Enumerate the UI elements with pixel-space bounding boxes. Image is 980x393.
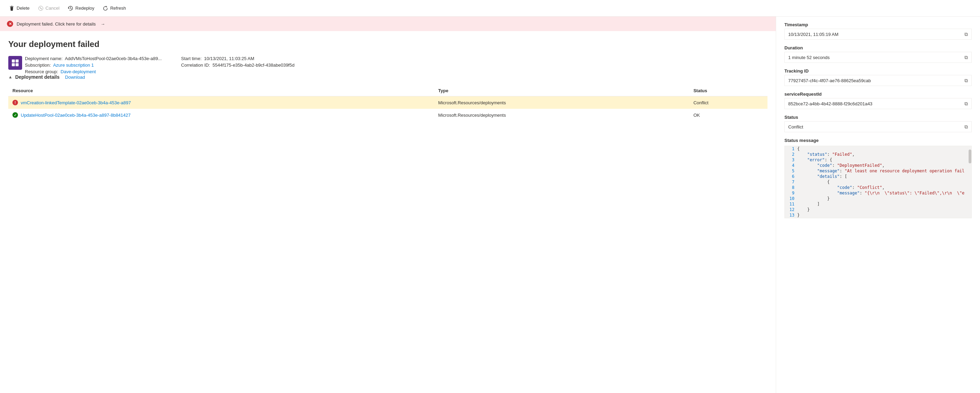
code-line: 6 "details": [ [785, 174, 971, 179]
correlation-row: Correlation ID: 5544f175-e35b-4ab2-b9cf-… [181, 62, 294, 68]
timestamp-value-box: 10/13/2021, 11:05:19 AM ⧉ [784, 29, 972, 40]
col-type: Type [434, 85, 689, 97]
code-line: 11 ] [785, 201, 971, 207]
deployment-rg-link[interactable]: Dave-deployment [60, 69, 96, 74]
correlation-label: Correlation ID: [181, 62, 210, 68]
status-copy-icon[interactable]: ⧉ [964, 124, 968, 130]
timestamp-label: Timestamp [784, 22, 972, 27]
line-number: 1 [785, 146, 797, 151]
table-cell-resource: ✓ UpdateHostPool-02ae0ceb-3b4a-453e-a897… [8, 109, 434, 121]
deployment-rg-label: Resource group: [25, 69, 58, 74]
service-request-copy-icon[interactable]: ⧉ [964, 101, 968, 107]
left-panel: ✕ Deployment failed. Click here for deta… [0, 17, 776, 393]
tracking-id-value: 77927457-cf4c-4f07-ae76-88625ea59cab [788, 78, 871, 83]
code-line: 4 "code": "DeploymentFailed", [785, 163, 971, 168]
line-content: "message": "{\r\n \"status\": \"Failed\"… [797, 191, 971, 195]
deployment-failed-title: Your deployment failed [8, 40, 767, 49]
duration-group: Duration 1 minute 52 seconds ⧉ [784, 45, 972, 63]
code-line: 1{ [785, 146, 971, 152]
refresh-icon [103, 6, 108, 11]
details-header-label: Deployment details [15, 74, 59, 80]
error-banner-message: Deployment failed. Click here for detail… [17, 21, 96, 27]
service-request-label: serviceRequestId [784, 92, 972, 97]
cancel-button[interactable]: Cancel [35, 3, 63, 13]
line-content: { [797, 146, 971, 151]
start-time-row: Start time: 10/13/2021, 11:03:25 AM [181, 56, 294, 61]
svg-line-1 [40, 7, 42, 10]
deployment-icon [8, 56, 22, 70]
duration-copy-icon[interactable]: ⧉ [964, 55, 968, 60]
status-message-label: Status message [784, 138, 972, 143]
details-header: ▲ Deployment details Download [8, 74, 767, 80]
line-content: "status": "Failed", [797, 152, 971, 157]
status-label: Status [784, 115, 972, 120]
col-status: Status [689, 85, 767, 97]
table-cell-resource: ! vmCreation-linkedTemplate-02ae0ceb-3b4… [8, 97, 434, 109]
code-line: 3 "error": { [785, 157, 971, 163]
table-cell-type: Microsoft.Resources/deployments [434, 97, 689, 109]
code-line: 5 "message": "At least one resource depl… [785, 168, 971, 174]
line-number: 9 [785, 191, 797, 195]
table-row[interactable]: ! vmCreation-linkedTemplate-02ae0ceb-3b4… [8, 97, 767, 109]
collapse-icon[interactable]: ▲ [8, 74, 13, 79]
error-banner-icon: ✕ [7, 21, 13, 27]
status-value: Conflict [788, 124, 803, 130]
line-content: } [797, 207, 971, 212]
error-banner[interactable]: ✕ Deployment failed. Click here for deta… [0, 17, 776, 31]
line-content: "details": [ [797, 174, 971, 179]
service-request-value-box: 852bce72-a4bb-4b42-8888-f29c6d201a43 ⧉ [784, 98, 972, 109]
download-link[interactable]: Download [65, 74, 85, 80]
line-number: 4 [785, 163, 797, 168]
timestamp-copy-icon[interactable]: ⧉ [964, 32, 968, 37]
error-banner-arrow: → [100, 21, 105, 27]
status-group: Status Conflict ⧉ [784, 115, 972, 132]
deployment-subscription-link[interactable]: Azure subscription 1 [53, 62, 94, 68]
delete-button[interactable]: Delete [6, 3, 33, 13]
deployment-meta: Deployment name: AddVMsToHostPool-02ae0c… [8, 56, 767, 74]
svg-rect-2 [12, 59, 15, 62]
main-content: ✕ Deployment failed. Click here for deta… [0, 17, 980, 393]
svg-rect-4 [12, 63, 15, 66]
line-number: 3 [785, 157, 797, 162]
refresh-label: Refresh [110, 6, 126, 11]
resource-link[interactable]: vmCreation-linkedTemplate-02ae0ceb-3b4a-… [21, 100, 131, 105]
start-time-value: 10/13/2021, 11:03:25 AM [204, 56, 255, 61]
code-line: 13} [785, 212, 971, 218]
timestamp-group: Timestamp 10/13/2021, 11:05:19 AM ⧉ [784, 22, 972, 40]
line-number: 12 [785, 207, 797, 212]
deployment-name-value: AddVMsToHostPool-02ae0ceb-3b4a-453e-a89.… [65, 56, 162, 61]
redeploy-button[interactable]: Redeploy [64, 3, 98, 13]
resource-link[interactable]: UpdateHostPool-02ae0ceb-3b4a-453e-a897-8… [21, 113, 130, 118]
service-request-value: 852bce72-a4bb-4b42-8888-f29c6d201a43 [788, 101, 873, 106]
tracking-id-value-box: 77927457-cf4c-4f07-ae76-88625ea59cab ⧉ [784, 75, 972, 86]
delete-icon [9, 6, 14, 11]
tracking-id-copy-icon[interactable]: ⧉ [964, 78, 968, 84]
line-content: "code": "DeploymentFailed", [797, 163, 971, 168]
code-line: 9 "message": "{\r\n \"status\": \"Failed… [785, 190, 971, 196]
svg-rect-5 [16, 63, 19, 66]
details-section: ▲ Deployment details Download Resource T… [0, 74, 776, 130]
duration-value: 1 minute 52 seconds [788, 55, 830, 60]
line-content: "message": "At least one resource deploy… [797, 168, 971, 173]
deployment-subscription-row: Subscription: Azure subscription 1 [25, 62, 162, 68]
resource-table: Resource Type Status ! vmCreation-linked… [8, 85, 767, 121]
redeploy-label: Redeploy [75, 6, 94, 11]
line-number: 8 [785, 185, 797, 190]
status-value-box: Conflict ⧉ [784, 121, 972, 132]
deployment-name-label: Deployment name: [25, 56, 62, 61]
line-number: 5 [785, 168, 797, 173]
table-header-row: Resource Type Status [8, 85, 767, 97]
status-message-group: Status message 1{2 "status": "Failed",3 … [784, 138, 972, 218]
line-number: 7 [785, 179, 797, 184]
table-cell-status: Conflict [689, 97, 767, 109]
start-time-label: Start time: [181, 56, 202, 61]
line-content: "code": "Conflict", [797, 185, 971, 190]
refresh-button[interactable]: Refresh [99, 3, 130, 13]
table-row[interactable]: ✓ UpdateHostPool-02ae0ceb-3b4a-453e-a897… [8, 109, 767, 121]
line-number: 11 [785, 202, 797, 206]
scrollbar-thumb[interactable] [969, 149, 971, 163]
line-number: 2 [785, 152, 797, 157]
duration-label: Duration [784, 45, 972, 51]
table-cell-status: OK [689, 109, 767, 121]
deployment-rg-row: Resource group: Dave-deployment [25, 69, 162, 74]
